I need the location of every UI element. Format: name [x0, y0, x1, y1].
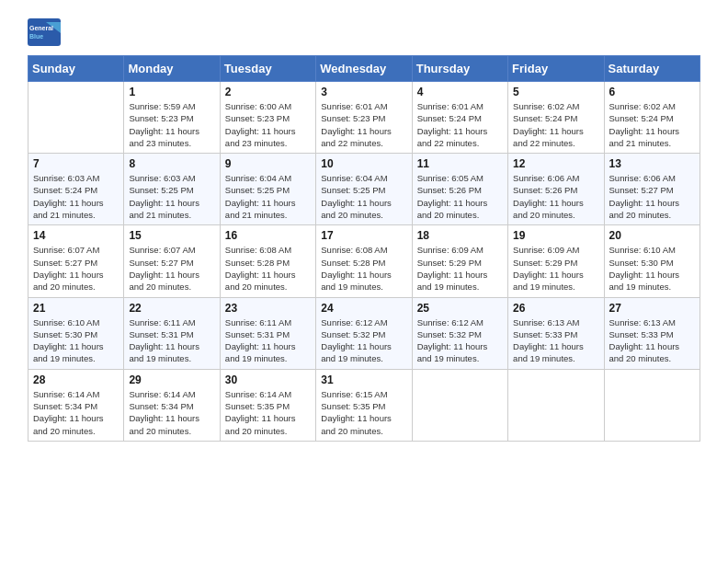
calendar-cell: 13Sunrise: 6:06 AMSunset: 5:27 PMDayligh… — [604, 154, 700, 225]
calendar-cell: 7Sunrise: 6:03 AMSunset: 5:24 PMDaylight… — [28, 154, 124, 225]
calendar-cell: 20Sunrise: 6:10 AMSunset: 5:30 PMDayligh… — [604, 225, 700, 297]
day-number: 29 — [129, 373, 214, 386]
day-number: 22 — [129, 302, 214, 315]
day-number: 4 — [417, 86, 503, 98]
day-info: Sunrise: 6:01 AMSunset: 5:24 PMDaylight:… — [417, 100, 503, 149]
day-info: Sunrise: 6:13 AMSunset: 5:33 PMDaylight:… — [609, 316, 695, 365]
calendar-cell: 28Sunrise: 6:14 AMSunset: 5:34 PMDayligh… — [28, 369, 124, 441]
calendar-cell: 10Sunrise: 6:04 AMSunset: 5:25 PMDayligh… — [316, 154, 412, 225]
calendar-week-4: 21Sunrise: 6:10 AMSunset: 5:30 PMDayligh… — [28, 297, 700, 369]
calendar-cell: 15Sunrise: 6:07 AMSunset: 5:27 PMDayligh… — [124, 225, 220, 297]
day-info: Sunrise: 6:14 AMSunset: 5:34 PMDaylight:… — [33, 388, 119, 437]
day-info: Sunrise: 6:08 AMSunset: 5:28 PMDaylight:… — [321, 244, 406, 293]
calendar-cell: 26Sunrise: 6:13 AMSunset: 5:33 PMDayligh… — [508, 297, 604, 369]
day-info: Sunrise: 6:06 AMSunset: 5:27 PMDaylight:… — [609, 172, 695, 221]
day-info: Sunrise: 6:14 AMSunset: 5:35 PMDaylight:… — [225, 388, 311, 437]
calendar-cell: 3Sunrise: 6:01 AMSunset: 5:23 PMDaylight… — [316, 82, 412, 154]
day-info: Sunrise: 6:06 AMSunset: 5:26 PMDaylight:… — [513, 172, 598, 221]
day-info: Sunrise: 6:09 AMSunset: 5:29 PMDaylight:… — [417, 244, 503, 293]
day-number: 2 — [225, 86, 311, 98]
weekday-header-saturday: Saturday — [604, 56, 700, 82]
day-info: Sunrise: 6:00 AMSunset: 5:23 PMDaylight:… — [225, 100, 311, 149]
calendar-cell: 30Sunrise: 6:14 AMSunset: 5:35 PMDayligh… — [220, 369, 315, 441]
day-info: Sunrise: 6:08 AMSunset: 5:28 PMDaylight:… — [225, 244, 311, 293]
calendar-cell: 29Sunrise: 6:14 AMSunset: 5:34 PMDayligh… — [124, 369, 220, 441]
weekday-header-friday: Friday — [508, 56, 604, 82]
calendar-cell: 24Sunrise: 6:12 AMSunset: 5:32 PMDayligh… — [316, 297, 412, 369]
weekday-header-row: SundayMondayTuesdayWednesdayThursdayFrid… — [28, 56, 700, 82]
weekday-header-wednesday: Wednesday — [316, 56, 412, 82]
day-info: Sunrise: 6:10 AMSunset: 5:30 PMDaylight:… — [33, 316, 119, 365]
day-number: 16 — [225, 229, 311, 242]
day-number: 19 — [513, 229, 598, 242]
calendar-cell — [508, 369, 604, 441]
day-number: 10 — [321, 157, 406, 170]
calendar-cell — [28, 82, 124, 154]
day-number: 26 — [513, 302, 598, 315]
calendar-cell: 31Sunrise: 6:15 AMSunset: 5:35 PMDayligh… — [316, 369, 412, 441]
calendar-cell: 4Sunrise: 6:01 AMSunset: 5:24 PMDaylight… — [412, 82, 507, 154]
day-number: 7 — [33, 157, 119, 170]
weekday-header-sunday: Sunday — [28, 56, 124, 82]
calendar-cell: 5Sunrise: 6:02 AMSunset: 5:24 PMDaylight… — [508, 82, 604, 154]
calendar-table: SundayMondayTuesdayWednesdayThursdayFrid… — [28, 55, 700, 442]
logo-icon: General Blue — [28, 18, 61, 46]
calendar-cell: 18Sunrise: 6:09 AMSunset: 5:29 PMDayligh… — [412, 225, 507, 297]
day-info: Sunrise: 6:09 AMSunset: 5:29 PMDaylight:… — [513, 244, 598, 293]
day-number: 31 — [321, 373, 406, 386]
day-number: 15 — [129, 229, 214, 242]
calendar-cell: 11Sunrise: 6:05 AMSunset: 5:26 PMDayligh… — [412, 154, 507, 225]
day-number: 24 — [321, 302, 406, 315]
calendar-cell: 23Sunrise: 6:11 AMSunset: 5:31 PMDayligh… — [220, 297, 315, 369]
calendar-cell: 25Sunrise: 6:12 AMSunset: 5:32 PMDayligh… — [412, 297, 507, 369]
day-info: Sunrise: 6:04 AMSunset: 5:25 PMDaylight:… — [225, 172, 311, 221]
day-info: Sunrise: 6:11 AMSunset: 5:31 PMDaylight:… — [225, 316, 311, 365]
day-info: Sunrise: 6:01 AMSunset: 5:23 PMDaylight:… — [321, 100, 406, 149]
page-header: General Blue — [28, 18, 700, 46]
calendar-cell: 27Sunrise: 6:13 AMSunset: 5:33 PMDayligh… — [604, 297, 700, 369]
calendar-week-2: 7Sunrise: 6:03 AMSunset: 5:24 PMDaylight… — [28, 154, 700, 225]
day-info: Sunrise: 6:05 AMSunset: 5:26 PMDaylight:… — [417, 172, 503, 221]
calendar-cell: 8Sunrise: 6:03 AMSunset: 5:25 PMDaylight… — [124, 154, 220, 225]
day-info: Sunrise: 6:03 AMSunset: 5:25 PMDaylight:… — [129, 172, 214, 221]
day-number: 23 — [225, 302, 311, 315]
calendar-week-1: 1Sunrise: 5:59 AMSunset: 5:23 PMDaylight… — [28, 82, 700, 154]
day-number: 1 — [129, 86, 214, 98]
day-info: Sunrise: 6:04 AMSunset: 5:25 PMDaylight:… — [321, 172, 406, 221]
day-number: 30 — [225, 373, 311, 386]
day-info: Sunrise: 6:14 AMSunset: 5:34 PMDaylight:… — [129, 388, 214, 437]
logo: General Blue — [28, 18, 61, 46]
calendar-cell: 16Sunrise: 6:08 AMSunset: 5:28 PMDayligh… — [220, 225, 315, 297]
day-info: Sunrise: 6:07 AMSunset: 5:27 PMDaylight:… — [33, 244, 119, 293]
calendar-cell: 9Sunrise: 6:04 AMSunset: 5:25 PMDaylight… — [220, 154, 315, 225]
day-number: 14 — [33, 229, 119, 242]
day-number: 3 — [321, 86, 406, 98]
calendar-cell — [412, 369, 507, 441]
weekday-header-tuesday: Tuesday — [220, 56, 315, 82]
calendar-cell: 12Sunrise: 6:06 AMSunset: 5:26 PMDayligh… — [508, 154, 604, 225]
day-info: Sunrise: 6:02 AMSunset: 5:24 PMDaylight:… — [609, 100, 695, 149]
calendar-cell: 22Sunrise: 6:11 AMSunset: 5:31 PMDayligh… — [124, 297, 220, 369]
calendar-cell — [604, 369, 700, 441]
day-number: 9 — [225, 157, 311, 170]
day-number: 6 — [609, 86, 695, 98]
svg-text:Blue: Blue — [29, 33, 43, 40]
day-number: 21 — [33, 302, 119, 315]
weekday-header-monday: Monday — [124, 56, 220, 82]
day-info: Sunrise: 6:11 AMSunset: 5:31 PMDaylight:… — [129, 316, 214, 365]
day-info: Sunrise: 6:07 AMSunset: 5:27 PMDaylight:… — [129, 244, 214, 293]
weekday-header-thursday: Thursday — [412, 56, 507, 82]
day-number: 18 — [417, 229, 503, 242]
day-info: Sunrise: 6:13 AMSunset: 5:33 PMDaylight:… — [513, 316, 598, 365]
day-info: Sunrise: 5:59 AMSunset: 5:23 PMDaylight:… — [129, 100, 214, 149]
day-info: Sunrise: 6:03 AMSunset: 5:24 PMDaylight:… — [33, 172, 119, 221]
day-number: 25 — [417, 302, 503, 315]
day-number: 17 — [321, 229, 406, 242]
day-number: 8 — [129, 157, 214, 170]
calendar-cell: 21Sunrise: 6:10 AMSunset: 5:30 PMDayligh… — [28, 297, 124, 369]
day-number: 13 — [609, 157, 695, 170]
calendar-week-5: 28Sunrise: 6:14 AMSunset: 5:34 PMDayligh… — [28, 369, 700, 441]
calendar-cell: 14Sunrise: 6:07 AMSunset: 5:27 PMDayligh… — [28, 225, 124, 297]
day-number: 11 — [417, 157, 503, 170]
day-info: Sunrise: 6:15 AMSunset: 5:35 PMDaylight:… — [321, 388, 406, 437]
